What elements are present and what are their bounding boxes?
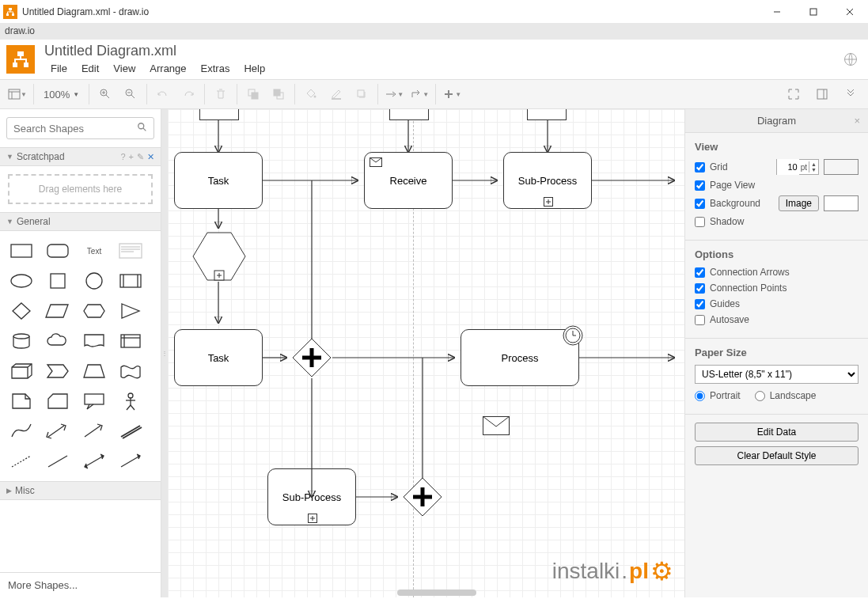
more-shapes-button[interactable]: More Shapes... (0, 572, 161, 597)
delete-button[interactable] (208, 82, 233, 106)
shape-note[interactable] (5, 388, 38, 415)
close-button[interactable] (832, 0, 868, 24)
paper-size-select[interactable]: US-Letter (8,5" x 11") (695, 365, 859, 384)
grid-checkbox[interactable] (695, 162, 705, 172)
grid-color-swatch[interactable] (824, 159, 859, 175)
shape-parallelogram[interactable] (41, 298, 74, 324)
menu-extras[interactable]: Extras (195, 61, 237, 76)
node-gateway2[interactable] (402, 476, 443, 517)
shape-cloud[interactable] (41, 328, 74, 354)
node-partial-1[interactable] (199, 109, 239, 120)
scratchpad-close-icon[interactable]: ✕ (147, 152, 154, 162)
close-icon[interactable]: × (854, 115, 860, 127)
shape-card[interactable] (41, 388, 74, 415)
shape-bidir-connector[interactable] (78, 448, 111, 475)
shape-textbox[interactable] (114, 237, 147, 264)
collapse-button[interactable] (838, 82, 863, 106)
menu-view[interactable]: View (107, 61, 142, 76)
shape-hexagon[interactable] (78, 298, 111, 324)
shape-ellipse[interactable] (5, 267, 38, 294)
misc-header[interactable]: ▶ Misc (0, 481, 161, 500)
general-header[interactable]: ▼ General (0, 212, 161, 231)
scratchpad-dropzone[interactable]: Drag elements here (8, 174, 153, 204)
shape-diamond[interactable] (5, 298, 38, 324)
node-gateway1[interactable] (291, 337, 332, 378)
left-splitter[interactable]: ⋮ (161, 109, 168, 597)
canvas[interactable]: Task Receive Sub-Process Task (168, 109, 684, 597)
shape-cylinder[interactable] (5, 328, 38, 354)
shape-step[interactable] (41, 358, 74, 385)
clear-style-button[interactable]: Clear Default Style (695, 446, 859, 465)
node-envelope[interactable] (483, 416, 510, 435)
zoom-select[interactable]: 100%▼ (37, 89, 85, 100)
shape-tape[interactable] (114, 358, 147, 385)
shape-internal-storage[interactable] (114, 328, 147, 354)
zoom-out-button[interactable] (118, 82, 143, 106)
shape-callout[interactable] (78, 388, 111, 415)
grid-size-input[interactable] (777, 159, 799, 175)
conn-points-checkbox[interactable] (695, 283, 705, 294)
menu-help[interactable]: Help (237, 61, 271, 76)
conn-arrows-checkbox[interactable] (695, 267, 705, 278)
scratchpad-add-icon[interactable]: + (129, 152, 134, 162)
edit-data-button[interactable]: Edit Data (695, 423, 859, 442)
shape-line-thick[interactable] (114, 418, 147, 445)
zoom-in-button[interactable] (93, 82, 118, 106)
maximize-button[interactable] (795, 0, 832, 24)
stepper-up-icon[interactable]: ▲ (811, 161, 817, 167)
shape-process[interactable] (114, 267, 147, 294)
image-button[interactable]: Image (779, 195, 819, 211)
shape-rounded-rect[interactable] (41, 237, 74, 264)
autosave-checkbox[interactable] (695, 315, 705, 325)
document-title[interactable]: Untitled Diagram.xml (44, 43, 843, 59)
guides-checkbox[interactable] (695, 299, 705, 309)
node-subprocess1[interactable]: Sub-Process (503, 152, 592, 209)
waypoint-button[interactable]: ▼ (407, 82, 432, 106)
search-input[interactable] (6, 117, 154, 139)
menu-arrange[interactable]: Arrange (143, 61, 192, 76)
node-hexagon[interactable] (191, 231, 247, 282)
menu-edit[interactable]: Edit (75, 61, 105, 76)
shape-cube[interactable] (5, 358, 38, 385)
shape-curve[interactable] (5, 418, 38, 445)
view-panel-button[interactable]: ▼ (5, 82, 30, 106)
scratchpad-edit-icon[interactable]: ✎ (137, 152, 144, 162)
shape-rect[interactable] (5, 237, 38, 264)
connection-button[interactable]: ▼ (381, 82, 407, 106)
shape-dashed-line[interactable] (5, 448, 38, 475)
shape-bidir-arrow[interactable] (41, 418, 74, 445)
globe-icon[interactable] (843, 51, 859, 67)
landscape-radio[interactable] (755, 391, 765, 401)
add-button[interactable]: ▼ (439, 82, 464, 106)
stepper-down-icon[interactable]: ▼ (811, 167, 817, 172)
shadow-button[interactable] (349, 82, 374, 106)
to-front-button[interactable] (241, 82, 266, 106)
shape-text[interactable]: Text (78, 237, 111, 264)
node-receive[interactable]: Receive (364, 152, 453, 209)
line-color-button[interactable] (324, 82, 349, 106)
shape-square[interactable] (41, 267, 74, 294)
shape-line[interactable] (41, 448, 74, 475)
node-subprocess2[interactable]: Sub-Process (267, 468, 356, 525)
to-back-button[interactable] (266, 82, 291, 106)
scratchpad-help[interactable]: ? (120, 152, 125, 162)
pageview-checkbox[interactable] (695, 180, 705, 191)
node-partial-3[interactable] (527, 109, 567, 120)
background-checkbox[interactable] (695, 199, 705, 209)
shape-triangle[interactable] (114, 298, 147, 324)
shape-actor[interactable] (114, 388, 147, 415)
menu-file[interactable]: File (44, 61, 74, 76)
shape-document[interactable] (78, 328, 111, 354)
horizontal-scrollbar[interactable] (397, 590, 476, 596)
node-partial-2[interactable] (389, 109, 429, 120)
shape-circle[interactable] (78, 267, 111, 294)
shadow-checkbox[interactable] (695, 217, 705, 227)
background-color-swatch[interactable] (824, 195, 859, 211)
scratchpad-header[interactable]: ▼ Scratchpad ? + ✎ ✕ (0, 147, 161, 166)
shape-directional[interactable] (114, 448, 147, 475)
shape-arrow[interactable] (78, 418, 111, 445)
node-task2[interactable]: Task (174, 329, 263, 386)
portrait-radio[interactable] (695, 391, 705, 401)
shape-trapezoid[interactable] (78, 358, 111, 385)
node-process[interactable]: Process (461, 329, 579, 386)
